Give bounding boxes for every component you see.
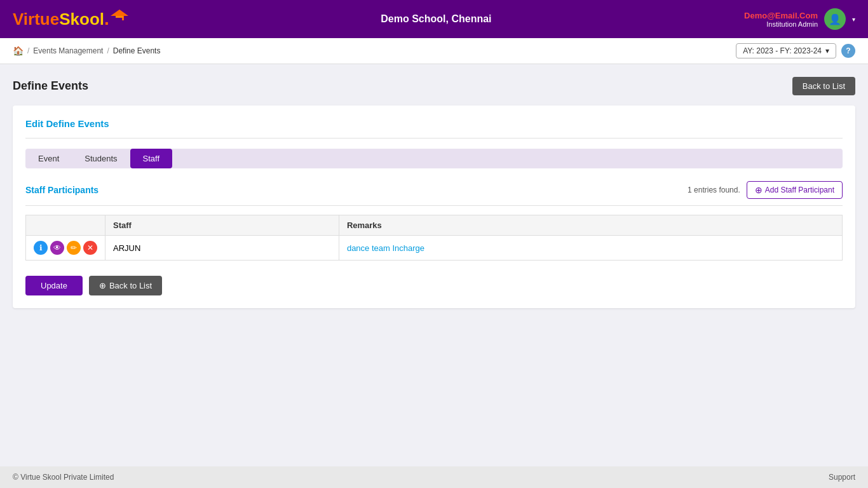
header-user-area: Demo@Email.Com Institution Admin 👤 ▾ xyxy=(744,8,855,30)
avatar[interactable]: 👤 xyxy=(824,8,846,30)
table-cell-remarks: dance team Incharge xyxy=(339,236,842,261)
entries-count: 1 entries found. xyxy=(688,186,740,194)
user-dropdown-arrow[interactable]: ▾ xyxy=(852,16,855,23)
edit-icon-button[interactable]: ✏ xyxy=(67,241,81,255)
tab-bar: Event Students Staff xyxy=(25,149,843,168)
user-info: Demo@Email.Com Institution Admin xyxy=(744,11,818,28)
user-role: Institution Admin xyxy=(744,20,818,28)
svg-marker-0 xyxy=(111,10,128,16)
school-name: Demo School, Chennai xyxy=(381,13,491,25)
edit-section-title: Edit Define Events xyxy=(25,118,843,129)
remark-link[interactable]: dance team Incharge xyxy=(347,243,424,253)
view-icon-button[interactable]: 👁 xyxy=(50,241,64,255)
breadcrumb: 🏠 / Events Management / Define Events xyxy=(13,46,160,56)
back-list-bottom-label: Back to List xyxy=(109,281,152,290)
section-divider xyxy=(25,205,843,206)
staff-header-right: 1 entries found. ⊕ Add Staff Participant xyxy=(688,181,843,199)
plus-circle-icon: ⊕ xyxy=(755,185,763,195)
breadcrumb-right: AY: 2023 - FY: 2023-24 ▾ ? xyxy=(736,43,855,58)
logo-virtue: Virtue xyxy=(13,10,59,29)
add-participant-label: Add Staff Participant xyxy=(765,186,834,194)
help-icon[interactable]: ? xyxy=(841,44,855,58)
back-to-list-top-button[interactable]: Back to List xyxy=(792,77,855,95)
card-divider xyxy=(25,138,843,139)
page-title: Define Events xyxy=(13,79,88,93)
back-to-list-bottom-button[interactable]: ⊕ Back to List xyxy=(89,276,162,295)
breadcrumb-sep2: / xyxy=(107,46,109,55)
user-email: Demo@Email.Com xyxy=(744,11,818,20)
graduation-hat-icon xyxy=(111,10,128,21)
logo: VirtueSkool. xyxy=(13,9,128,29)
page-header: Define Events Back to List xyxy=(13,77,855,95)
add-staff-participant-button[interactable]: ⊕ Add Staff Participant xyxy=(747,181,843,199)
delete-icon-button[interactable]: ✕ xyxy=(83,241,97,255)
home-icon[interactable]: 🏠 xyxy=(13,46,24,56)
logo-dot: . xyxy=(104,9,109,29)
breadcrumb-bar: 🏠 / Events Management / Define Events AY… xyxy=(0,38,868,64)
breadcrumb-events-management[interactable]: Events Management xyxy=(33,46,103,55)
svg-rect-2 xyxy=(116,16,123,18)
back-circle-icon: ⊕ xyxy=(99,281,106,290)
logo-skool: Skool xyxy=(59,10,104,29)
breadcrumb-define-events: Define Events xyxy=(113,46,161,55)
col-actions xyxy=(26,215,105,236)
table-row: ℹ 👁 ✏ ✕ ARJUN dance team Incharge xyxy=(26,236,843,261)
breadcrumb-sep1: / xyxy=(27,46,29,55)
action-icons: ℹ 👁 ✏ ✕ xyxy=(34,241,97,255)
staff-participants-title: Staff Participants xyxy=(25,185,98,195)
staff-table: Staff Remarks ℹ 👁 ✏ ✕ ARJUN xyxy=(25,215,843,261)
col-remarks: Remarks xyxy=(339,215,842,236)
main-content: Define Events Back to List Edit Define E… xyxy=(0,64,868,321)
ay-label: AY: 2023 - FY: 2023-24 xyxy=(743,46,822,55)
copyright: © Virtue Skool Private Limited xyxy=(13,473,114,482)
bottom-actions: Update ⊕ Back to List xyxy=(25,276,843,295)
staff-participants-header: Staff Participants 1 entries found. ⊕ Ad… xyxy=(25,181,843,199)
col-staff: Staff xyxy=(105,215,339,236)
table-header-row: Staff Remarks xyxy=(26,215,843,236)
table-row-actions: ℹ 👁 ✏ ✕ xyxy=(26,236,105,261)
main-card: Edit Define Events Event Students Staff … xyxy=(13,105,855,308)
tab-students[interactable]: Students xyxy=(72,149,130,168)
footer: © Virtue Skool Private Limited Support xyxy=(0,466,868,488)
tab-event[interactable]: Event xyxy=(25,149,72,168)
ay-selector[interactable]: AY: 2023 - FY: 2023-24 ▾ xyxy=(736,43,836,58)
ay-arrow: ▾ xyxy=(825,46,829,55)
tab-staff[interactable]: Staff xyxy=(130,149,173,168)
app-header: VirtueSkool. Demo School, Chennai Demo@E… xyxy=(0,0,868,38)
table-cell-staff: ARJUN xyxy=(105,236,339,261)
info-icon-button[interactable]: ℹ xyxy=(34,241,48,255)
update-button[interactable]: Update xyxy=(25,276,83,295)
support-link[interactable]: Support xyxy=(829,473,855,482)
